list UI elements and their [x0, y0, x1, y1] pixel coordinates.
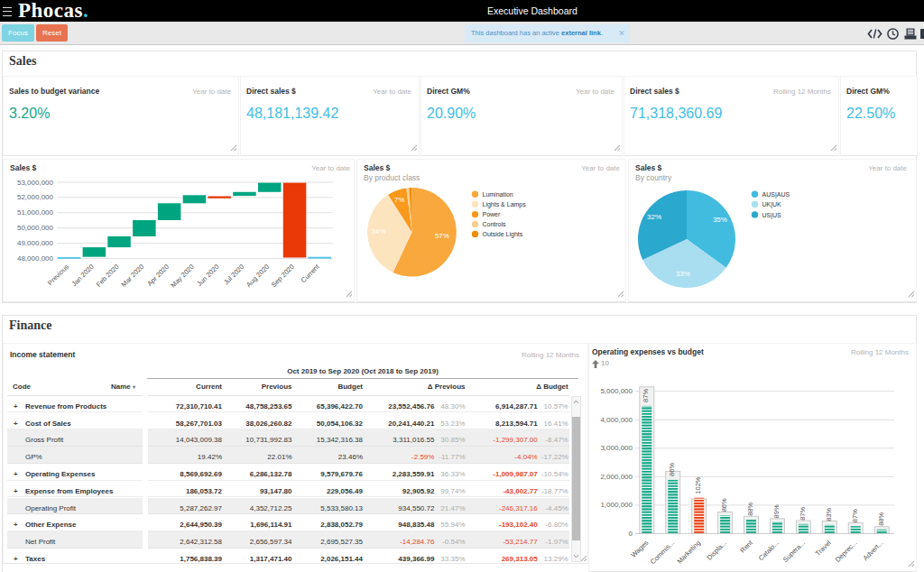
svg-text:83%: 83% [825, 507, 833, 521]
svg-text:1,000,000: 1,000,000 [600, 501, 633, 509]
svg-text:52,000,000: 52,000,000 [17, 193, 54, 201]
svg-text:Controls: Controls [483, 221, 507, 227]
svg-text:Catalo...: Catalo... [757, 539, 781, 562]
svg-text:Outside Lights: Outside Lights [483, 231, 523, 238]
svg-text:Marketing: Marketing [675, 539, 702, 566]
svg-text:51,000,000: 51,000,000 [17, 208, 54, 217]
svg-text:Current: Current [300, 262, 322, 284]
svg-text:48,000,000: 48,000,000 [17, 254, 54, 263]
svg-text:0: 0 [629, 530, 633, 538]
svg-text:87%: 87% [851, 509, 859, 522]
svg-text:Supera...: Supera... [781, 539, 807, 564]
svg-text:Sep 2020: Sep 2020 [270, 263, 296, 289]
svg-text:May 2020: May 2020 [169, 263, 196, 290]
svg-text:86%: 86% [720, 498, 728, 512]
svg-text:49,000,000: 49,000,000 [17, 239, 54, 247]
svg-text:88%: 88% [746, 502, 754, 515]
svg-text:35%: 35% [713, 216, 727, 224]
svg-text:50,000,000: 50,000,000 [17, 224, 54, 232]
svg-text:89%: 89% [772, 504, 781, 518]
svg-text:Rent: Rent [738, 538, 754, 554]
svg-text:Deprec...: Deprec... [834, 539, 859, 564]
svg-text:Apr 2020: Apr 2020 [145, 263, 171, 288]
svg-text:33%: 33% [676, 270, 690, 278]
svg-text:Displa...: Displa... [705, 539, 728, 562]
svg-text:Jan 2020: Jan 2020 [70, 263, 96, 288]
svg-text:5,000,000: 5,000,000 [600, 387, 633, 395]
svg-text:102%: 102% [694, 476, 702, 494]
svg-text:32%: 32% [647, 213, 661, 221]
svg-text:Lights & Lamps: Lights & Lamps [483, 201, 527, 208]
svg-text:3,000,000: 3,000,000 [600, 444, 633, 452]
svg-text:Previous: Previous [46, 263, 70, 287]
svg-text:Wages: Wages [630, 539, 651, 559]
svg-text:2,000,000: 2,000,000 [600, 473, 633, 481]
svg-text:87%: 87% [799, 506, 807, 520]
svg-text:Advert...: Advert... [861, 539, 884, 562]
svg-text:Travel: Travel [814, 539, 833, 558]
svg-text:Power: Power [483, 211, 502, 217]
svg-text:88%: 88% [877, 512, 885, 525]
svg-text:Jun 2020: Jun 2020 [195, 263, 220, 288]
svg-text:US|US: US|US [762, 212, 782, 219]
svg-text:53,000,000: 53,000,000 [17, 179, 54, 187]
svg-text:Lumination: Lumination [483, 191, 513, 198]
svg-text:86%: 86% [668, 463, 676, 476]
svg-text:7%: 7% [394, 196, 405, 204]
svg-text:Commis...: Commis... [649, 539, 676, 566]
svg-text:Jul 2020: Jul 2020 [222, 263, 245, 286]
svg-text:Mar 2020: Mar 2020 [120, 263, 146, 289]
svg-text:UK|UK: UK|UK [762, 201, 782, 208]
svg-text:AUS|AUS: AUS|AUS [762, 191, 790, 198]
svg-text:87%: 87% [642, 389, 650, 402]
svg-text:57%: 57% [435, 232, 449, 240]
svg-text:Feb 2020: Feb 2020 [95, 263, 121, 289]
svg-text:Aug 2020: Aug 2020 [245, 263, 271, 289]
svg-text:34%: 34% [371, 227, 385, 235]
svg-text:4,000,000: 4,000,000 [600, 416, 633, 424]
